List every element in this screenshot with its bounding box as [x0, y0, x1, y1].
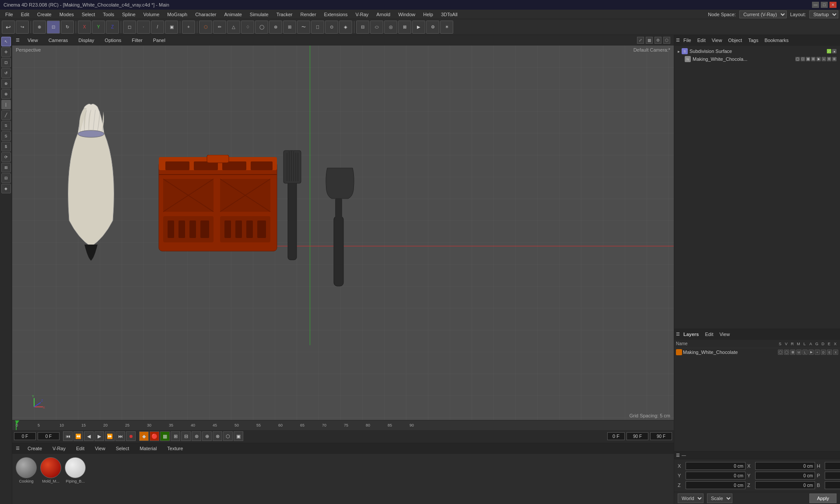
step-fwd-btn[interactable]: ⏩ [105, 431, 115, 441]
menu-spline[interactable]: Spline [119, 11, 139, 18]
lh-menu-edit[interactable]: Edit [702, 331, 716, 338]
viewport[interactable]: ☰ View Cameras Display Options Filter Pa… [12, 35, 674, 420]
menu-animate[interactable]: Animate [220, 11, 245, 18]
om-menu-bookmarks[interactable]: Bookmarks [762, 37, 791, 44]
menu-vray[interactable]: V-Ray [352, 11, 372, 18]
obj-item-making[interactable]: N Making_White_Chocola... ◯ ⬡ ▦ ⊞ ▶ + ⚙ … [676, 55, 838, 63]
menu-tracker[interactable]: Tracker [273, 11, 296, 18]
coord-p-input[interactable] [825, 472, 840, 480]
play-back-btn[interactable]: ◀ [84, 431, 94, 441]
obj-badge-tag2[interactable]: ⬡ [801, 57, 805, 61]
material-cooking[interactable]: Cooking [16, 457, 37, 483]
param5-btn[interactable]: ⊗ [213, 431, 222, 441]
vp-icon-maximize[interactable]: ⬡ [663, 37, 670, 44]
tool-13[interactable]: ⊞ [1, 163, 11, 172]
menu-modes[interactable]: Modes [56, 11, 77, 18]
light-btn[interactable]: ⊙ [325, 21, 338, 34]
param1-btn[interactable]: ⊞ [171, 431, 180, 441]
obj-badge-tag7[interactable]: ⚙ [827, 57, 831, 61]
obj-badge-tag5[interactable]: ▶ [816, 57, 821, 61]
param3-btn[interactable]: ⊛ [192, 431, 201, 441]
tool-10[interactable]: S [1, 131, 11, 141]
vp-icon-expand[interactable]: ⤢ [637, 37, 644, 44]
spline-btn[interactable]: 〜 [297, 21, 310, 34]
play-btn[interactable]: ▶ [94, 431, 104, 441]
obj-badge-tag4[interactable]: ⊞ [811, 57, 816, 61]
vp-menu-view[interactable]: View [25, 37, 41, 44]
cb-menu-create[interactable]: Create [25, 445, 45, 452]
tool-15[interactable]: ◈ [1, 184, 11, 193]
pen-btn[interactable]: ✏ [213, 21, 226, 34]
coords-hamburger-icon[interactable]: ☰ [676, 453, 680, 458]
layer-badge-d[interactable]: D [821, 350, 826, 355]
om-menu-file[interactable]: File [681, 37, 694, 44]
render-btn[interactable]: ▶ [412, 21, 425, 34]
tool-9[interactable]: S [1, 121, 11, 130]
layer-badge-e[interactable]: E [827, 350, 832, 355]
tag-btn[interactable]: ◈ [339, 21, 352, 34]
hamburger-icon[interactable]: ☰ [16, 38, 20, 42]
menu-volume[interactable]: Volume [140, 11, 163, 18]
minimize-button[interactable]: — [812, 2, 819, 8]
sky-btn[interactable]: ⬭ [370, 21, 383, 34]
current-frame-input[interactable] [38, 432, 60, 440]
menu-tools[interactable]: Tools [99, 11, 118, 18]
content-hamburger-icon[interactable]: ☰ [16, 446, 20, 451]
layers-hamburger-icon[interactable]: ☰ [676, 332, 680, 336]
sculpt-btn[interactable]: ♢ [241, 21, 254, 34]
z-axis-btn[interactable]: Z [106, 21, 119, 34]
cube-btn[interactable]: ⬡ [199, 21, 212, 34]
scale-tool-button[interactable]: ⊡ [47, 21, 60, 34]
layer-badge-r[interactable]: ▦ [790, 350, 795, 355]
cb-menu-edit[interactable]: Edit [74, 445, 87, 452]
tool-7[interactable]: | [1, 100, 11, 109]
obj-badge-tag3[interactable]: ▦ [806, 57, 810, 61]
y-axis-btn[interactable]: Y [92, 21, 105, 34]
camera-btn[interactable]: ⎕ [311, 21, 324, 34]
obj-badge-tag1[interactable]: ◯ [795, 57, 800, 61]
obj-item-subdivision[interactable]: ▸ S Subdivision Surface ✓ ● [676, 47, 838, 55]
coord-y-rot-input[interactable] [755, 472, 815, 480]
generator-btn[interactable]: ⊞ [283, 21, 296, 34]
obj-badge-enabled[interactable]: ✓ [827, 49, 831, 53]
timeline-ruler[interactable]: 0 5 10 15 20 25 30 35 40 45 50 55 60 65 … [12, 420, 674, 430]
layer-badge-v[interactable]: ◯ [784, 350, 789, 355]
cb-menu-vray[interactable]: V-Ray [50, 445, 68, 452]
menu-file[interactable]: File [2, 11, 17, 18]
material-piping[interactable]: Piping_B... [65, 457, 86, 483]
om-menu-object[interactable]: Object [725, 37, 745, 44]
lh-menu-layers[interactable]: Layers [681, 331, 701, 338]
vp-menu-filter[interactable]: Filter [129, 37, 145, 44]
obj-badge-tag6[interactable]: + [822, 57, 826, 61]
layer-badge-m[interactable]: M [796, 350, 802, 355]
layer-badge-l[interactable]: L [802, 350, 808, 355]
vp-menu-options[interactable]: Options [102, 37, 124, 44]
layer-badge-a[interactable]: ▶ [808, 350, 814, 355]
maximize-button[interactable]: □ [821, 2, 828, 8]
move-tool[interactable]: ✛ [1, 47, 11, 57]
menu-mograph[interactable]: MoGraph [164, 11, 191, 18]
layer-making-white-chocolate[interactable]: Making_White_Chocolate ◯ ◯ ▦ M L ▶ + D E… [674, 348, 840, 356]
cb-menu-material[interactable]: Material [137, 445, 159, 452]
layout-select[interactable]: Startup [809, 10, 838, 18]
scene-canvas[interactable]: Perspective Default Camera:* [12, 46, 674, 420]
undo-button[interactable]: ↩ [2, 21, 15, 34]
tool-6[interactable]: ⊗ [1, 89, 11, 99]
start-frame-input[interactable] [14, 432, 36, 440]
go-end-btn[interactable]: ⏭ [116, 431, 125, 441]
light2-btn[interactable]: ☀ [440, 21, 453, 34]
coord-y-pos-input[interactable] [686, 472, 746, 480]
vp-icon-settings[interactable]: ⚙ [654, 37, 662, 44]
vp-menu-cameras[interactable]: Cameras [46, 37, 71, 44]
keyframe-btn[interactable]: ◆ [139, 431, 149, 441]
mold-swatch-ball[interactable] [40, 457, 61, 478]
menu-edit[interactable]: Edit [18, 11, 33, 18]
menu-character[interactable]: Character [192, 11, 220, 18]
param4-btn[interactable]: ⊕ [202, 431, 212, 441]
menu-arnold[interactable]: Arnold [373, 11, 394, 18]
render-region-btn[interactable]: ⊠ [398, 21, 411, 34]
coord-b-input[interactable] [825, 481, 840, 489]
obj-badge-render[interactable]: ● [832, 49, 836, 53]
world-dropdown[interactable]: World [678, 494, 704, 503]
settings-btn[interactable]: ⚙ [426, 21, 439, 34]
